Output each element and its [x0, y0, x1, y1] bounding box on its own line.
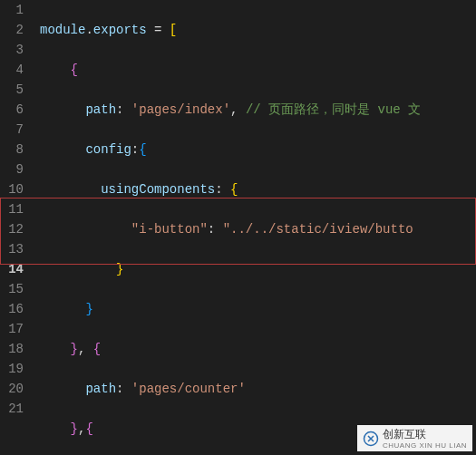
line-number: 3	[7, 40, 24, 60]
line-number: 6	[7, 100, 24, 120]
code-line[interactable]: }, {	[40, 339, 476, 359]
line-number: 7	[7, 120, 24, 140]
code-line[interactable]: {	[40, 60, 476, 80]
watermark-sub: CHUANG XIN HU LIAN	[383, 442, 467, 450]
line-number-current: 14	[7, 259, 24, 279]
line-number-gutter: 1 2 3 4 5 6 7 8 9 10 11 12 13 14 15 16 1…	[0, 0, 40, 455]
code-editor[interactable]: 1 2 3 4 5 6 7 8 9 10 11 12 13 14 15 16 1…	[0, 0, 476, 455]
code-line[interactable]: "i-button": "../../static/iview/butto	[40, 219, 476, 239]
line-number: 21	[7, 399, 24, 419]
code-line[interactable]: }	[40, 299, 476, 319]
line-number: 12	[7, 219, 24, 239]
watermark-logo-icon	[363, 431, 379, 447]
line-number: 1	[7, 0, 24, 20]
code-line[interactable]: path: 'pages/counter'	[40, 379, 476, 399]
line-number: 18	[7, 339, 24, 359]
line-number: 13	[7, 239, 24, 259]
code-line[interactable]: config:{	[40, 140, 476, 160]
line-number: 9	[7, 160, 24, 179]
line-number: 8	[7, 140, 24, 160]
line-number: 15	[7, 279, 24, 299]
line-number: 10	[7, 179, 24, 199]
line-number: 19	[7, 359, 24, 379]
line-number: 16	[7, 299, 24, 319]
code-line[interactable]: usingComponents: {	[40, 179, 476, 199]
watermark: 创新互联 CHUANG XIN HU LIAN	[357, 425, 472, 451]
line-number: 5	[7, 80, 24, 100]
line-number: 4	[7, 60, 24, 80]
line-number: 2	[7, 20, 24, 40]
line-number: 20	[7, 379, 24, 399]
watermark-brand: 创新互联	[383, 428, 426, 440]
code-line[interactable]: }	[40, 259, 476, 279]
code-area[interactable]: module.exports = [ { path: 'pages/index'…	[40, 0, 476, 455]
line-number: 11	[7, 199, 24, 219]
line-number: 17	[7, 319, 24, 339]
code-line[interactable]: path: 'pages/index', // 页面路径，同时是 vue 文	[40, 100, 476, 120]
code-line[interactable]: module.exports = [	[40, 20, 476, 40]
